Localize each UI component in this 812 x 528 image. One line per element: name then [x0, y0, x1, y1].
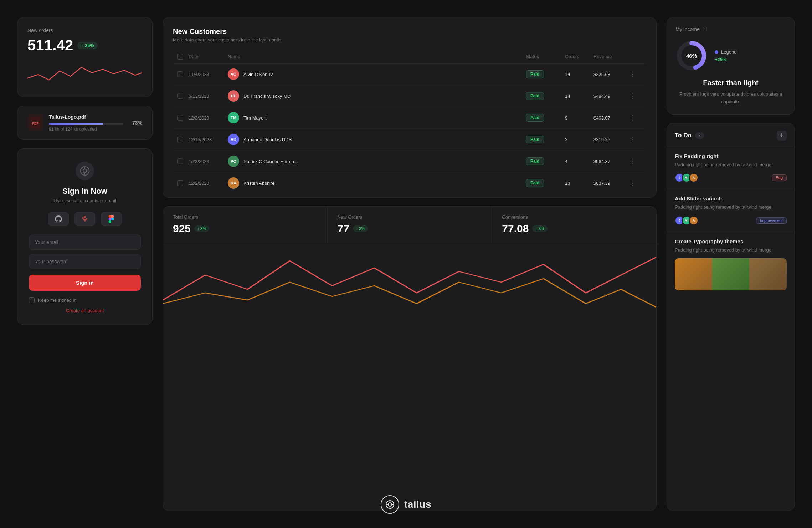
right-column: My income ⓘ 46%	[667, 17, 795, 511]
row-name-cell: KA Kristen Abshire	[228, 177, 526, 189]
row-checkbox[interactable]	[177, 93, 183, 99]
legend-item: Legend	[715, 49, 736, 55]
table-row: 12/15/2023 AD Armando Douglas DDS Paid 2…	[173, 129, 646, 151]
avatar: AD	[228, 134, 239, 145]
row-more-button[interactable]: ⋮	[629, 92, 642, 100]
social-buttons-row	[48, 212, 122, 226]
tag-bug: Bug	[772, 174, 787, 181]
todo-item-title: Create Typography themes	[675, 238, 787, 244]
arrow-icon: ↑	[356, 226, 358, 231]
password-field[interactable]	[29, 254, 141, 269]
todo-title-row: To Do 3	[675, 132, 704, 139]
donut-chart: 46%	[675, 40, 708, 72]
customers-title: New Customers	[173, 27, 646, 36]
row-more-button[interactable]: ⋮	[629, 157, 642, 165]
row-orders: 14	[565, 93, 593, 99]
brand-name: tailus	[404, 499, 431, 510]
gitlab-button[interactable]	[74, 212, 95, 226]
row-name: Alvin O'Kon IV	[243, 72, 273, 77]
total-orders-label: Total Orders	[173, 214, 317, 220]
row-orders: 9	[565, 115, 593, 121]
total-orders-badge: ↑ 3%	[194, 225, 209, 232]
todo-item-title: Add Slider variants	[675, 196, 787, 202]
todo-item-desc: Padding right being removed by tailwind …	[675, 161, 787, 168]
signin-subtitle: Using social accounts or email	[53, 198, 116, 203]
todo-item-title: Fix Padding right	[675, 153, 787, 159]
row-date: 6/13/2023	[189, 93, 228, 99]
row-checkbox[interactable]	[177, 158, 183, 164]
pdf-icon: PDF	[27, 114, 43, 132]
todo-item-desc: Padding right being removed by tailwind …	[675, 204, 787, 211]
header-name: Name	[228, 54, 526, 60]
row-checkbox[interactable]	[177, 137, 183, 142]
todo-header: To Do 3 +	[667, 123, 795, 146]
avatar-sm: A	[689, 173, 698, 182]
avatar: TM	[228, 112, 239, 123]
row-revenue: $319.25	[593, 137, 629, 142]
orders-value-row: 511.42 ↑ 25%	[27, 37, 142, 54]
upload-row: PDF Tailus-Logo.pdf 91 kb of 124 kb uplo…	[27, 114, 142, 132]
row-checkbox[interactable]	[177, 180, 183, 186]
todo-item-desc: Padding right being removed by tailwind …	[675, 247, 787, 254]
status-badge: Paid	[526, 179, 544, 187]
new-orders-card: New orders 511.42 ↑ 25%	[17, 17, 153, 97]
todo-count: 3	[695, 132, 704, 139]
keep-signed-checkbox[interactable]	[29, 297, 35, 303]
todo-title: To Do	[675, 132, 692, 139]
todo-add-button[interactable]: +	[777, 131, 787, 141]
arrow-icon: ↑	[197, 226, 199, 231]
header-revenue: Revenue	[593, 54, 629, 60]
legend-col: Legend +25%	[715, 49, 736, 62]
table-row: 6/13/2023 DF Dr. Francis Wisoky MD Paid …	[173, 85, 646, 107]
tag-improvement: Improvement	[756, 217, 787, 224]
header-actions	[629, 54, 642, 60]
row-more-button[interactable]: ⋮	[629, 179, 642, 187]
status-badge: Paid	[526, 70, 544, 78]
avatar-sm: A	[689, 216, 698, 225]
email-field[interactable]	[29, 235, 141, 250]
new-orders-stat: New Orders 77 ↑ 3%	[328, 207, 492, 243]
avatar-group: J MI A	[675, 216, 696, 225]
todo-item-3: Create Typography themes Padding right b…	[667, 232, 795, 297]
row-more-button[interactable]: ⋮	[629, 136, 642, 143]
upload-percent: 73%	[132, 120, 142, 126]
new-orders-val-row: 77 ↑ 3%	[338, 223, 482, 235]
table-row: 12/2/2023 KA Kristen Abshire Paid 13 $83…	[173, 172, 646, 194]
header-orders: Orders	[565, 54, 593, 60]
avatar: KA	[228, 177, 239, 189]
progress-bar-bg	[49, 123, 123, 125]
row-more-button[interactable]: ⋮	[629, 70, 642, 78]
svg-point-3	[83, 169, 87, 173]
create-account-link[interactable]: Create an account	[66, 308, 104, 313]
header-check	[177, 54, 189, 60]
row-date: 11/4/2023	[189, 72, 228, 77]
todo-item-2: Add Slider variants Padding right being …	[667, 189, 795, 232]
signin-title: Sign in Now	[62, 187, 107, 196]
row-date: 12/2/2023	[189, 181, 228, 186]
row-more-button[interactable]: ⋮	[629, 114, 642, 122]
todo-item-footer: J MI A Improvement	[675, 216, 787, 225]
thumb-block-3	[749, 258, 787, 290]
new-orders-label: New orders	[27, 27, 142, 33]
row-checkbox[interactable]	[177, 115, 183, 121]
status-badge: Paid	[526, 157, 544, 165]
github-button[interactable]	[48, 212, 69, 226]
signin-card: Sign in Now Using social accounts or ema…	[17, 148, 153, 325]
row-orders: 14	[565, 72, 593, 77]
income-top: My income ⓘ	[675, 26, 786, 32]
header-status: Status	[526, 54, 565, 60]
row-orders: 2	[565, 137, 593, 142]
avatar: DF	[228, 90, 239, 102]
figma-button[interactable]	[101, 212, 122, 226]
row-name-cell: AD Armando Douglas DDS	[228, 134, 526, 145]
donut-area: 46% Legend +25%	[675, 40, 786, 72]
signin-button[interactable]: Sign in	[29, 275, 141, 291]
row-name-cell: AO Alvin O'Kon IV	[228, 68, 526, 80]
total-orders-value: 925	[173, 223, 191, 235]
row-checkbox[interactable]	[177, 71, 183, 77]
tailus-brand: tailus	[381, 495, 431, 514]
status-badge: Paid	[526, 136, 544, 143]
row-date: 1/22/2023	[189, 159, 228, 164]
legend-label: Legend	[721, 49, 736, 55]
gitlab-icon	[81, 215, 88, 223]
